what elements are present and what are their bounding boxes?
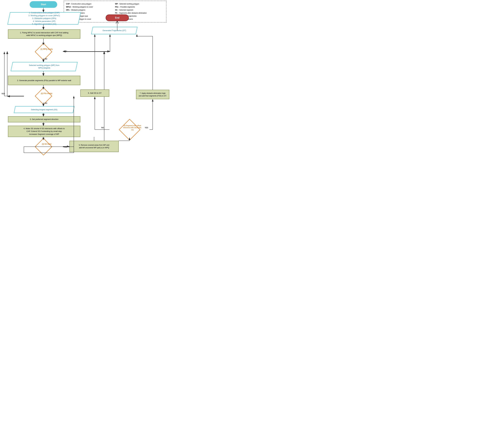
make-shorter-label: 4. Make SS shorter if SS intersects with… bbox=[24, 127, 65, 136]
legend-item-ops: OPs - Obstacle polygons bbox=[66, 8, 112, 12]
get-dir-label: 3. Get preferred segment direction bbox=[30, 118, 58, 121]
pss-no-label: NO bbox=[45, 102, 47, 104]
legend-item-wp: WP - Selected working polygon bbox=[115, 2, 164, 6]
legend-item-fs: FS – Segments after obstacle elimination bbox=[115, 12, 164, 15]
ss-valid-label: (3) SS Valid bbox=[39, 142, 54, 146]
seg-intersects-label: (4) Segment with offset intesects with o… bbox=[121, 124, 143, 131]
get-dir-node: 3. Get preferred segment direction bbox=[8, 116, 80, 122]
seg-int-no-label: NO bbox=[101, 127, 104, 129]
seg-intersects-diamond: (4) Segment with offset intesects with o… bbox=[109, 122, 150, 137]
add-ss-gt-label: 6. Add SS to GT bbox=[88, 92, 102, 94]
select-ss-label: Selecting longest segment (SS) bbox=[30, 108, 58, 111]
seg-int-yes-label: YES bbox=[145, 127, 148, 129]
pss-empty-diamond: (2) PSs empty bbox=[24, 89, 63, 102]
remove-covered-label: 5. Remove covered areas from WP andadd l… bbox=[79, 144, 109, 149]
gen-traj-parallelogram: Generated Trajectories (GT) bbox=[91, 27, 137, 34]
apply-obs-label: 7. Apply obstacle elimination logic and … bbox=[138, 92, 167, 97]
gen-pss-label: 2. Generate possible segments (PSs) para… bbox=[17, 79, 71, 82]
wpq-no-label: NO bbox=[45, 58, 47, 60]
inputs-label: 1. Constructiona area polygon (CAP) 2. W… bbox=[27, 11, 61, 26]
end-node: End bbox=[106, 14, 129, 21]
start-node: Start bbox=[30, 1, 57, 8]
pss-yes-label: YES bbox=[1, 93, 5, 95]
select-wp-parallelogram: Selected working polygon (WP) fromWPQ (l… bbox=[11, 62, 78, 71]
wpq-empty-label: (1) WPQ empty bbox=[38, 47, 55, 51]
legend-item-pss: PSs – Possible segments bbox=[115, 6, 164, 8]
pss-empty-label: (2) PSs empty bbox=[38, 92, 55, 95]
add-ss-gt-node: 6. Add SS to GT bbox=[80, 89, 109, 97]
inputs-parallelogram: 1. Constructiona area polygon (CAP) 2. W… bbox=[7, 12, 81, 25]
remove-covered-node: 5. Remove covered areas from WP andadd l… bbox=[70, 141, 119, 152]
legend-item-wpsc: WPsC - Working polygons to cover bbox=[66, 6, 112, 8]
fix-wps-label: 1. Fixing WPsC to avoid intersection wit… bbox=[20, 31, 68, 37]
select-wp-label: Selected working polygon (WP) fromWPQ (l… bbox=[28, 63, 61, 70]
select-ss-parallelogram: Selecting longest segment (SS) bbox=[14, 106, 75, 113]
ss-valid-diamond: (3) SS Valid bbox=[24, 140, 63, 153]
fix-wps-node: 1. Fixing WPsC to avoid intersection wit… bbox=[8, 29, 80, 39]
apply-obs-node: 7. Apply obstacle elimination logic and … bbox=[136, 90, 169, 99]
ss-valid-yes-label: YES bbox=[64, 146, 67, 148]
make-shorter-node: 4. Make SS shorter if SS intersects with… bbox=[8, 126, 80, 137]
start-label: Start bbox=[41, 3, 46, 6]
end-label: End bbox=[115, 16, 119, 19]
legend-item-ss: SS – Selected segment bbox=[115, 8, 164, 12]
gen-traj-label: Generated Trajectories (GT) bbox=[101, 29, 127, 32]
wpq-empty-diamond: (1) WPQ empty bbox=[24, 45, 63, 58]
flowchart-container: CAP - Construction area polygon WPsC - W… bbox=[0, 0, 174, 159]
legend-item-cap: CAP - Construction area polygon bbox=[66, 2, 112, 6]
gen-pss-node: 2. Generate possible segments (PSs) para… bbox=[8, 76, 80, 85]
wpq-yes-label: YES bbox=[64, 51, 67, 52]
